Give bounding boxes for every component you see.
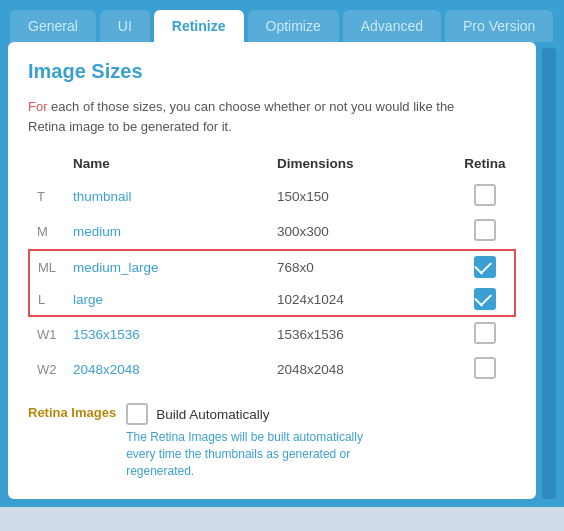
main-content: Image Sizes For each of those sizes, you… xyxy=(0,42,564,507)
row-retina-check[interactable] xyxy=(455,214,515,250)
tabs-bar: General UI Retinize Optimize Advanced Pr… xyxy=(0,0,564,42)
row-name: 2048x2048 xyxy=(65,352,269,387)
row-name: medium xyxy=(65,214,269,250)
tab-pro-version[interactable]: Pro Version xyxy=(445,10,553,42)
row-retina-check[interactable] xyxy=(455,316,515,352)
table-row: M medium 300x300 xyxy=(29,214,515,250)
row-name: medium_large xyxy=(65,250,269,283)
row-dims: 1024x1024 xyxy=(269,283,455,316)
row-name: thumbnail xyxy=(65,179,269,214)
description: For each of those sizes, you can choose … xyxy=(28,97,516,136)
table-row: W1 1536x1536 1536x1536 xyxy=(29,316,515,352)
image-sizes-table: Name Dimensions Retina T thumbnail 150x1… xyxy=(28,152,516,387)
retina-footer: Retina Images Build Automatically The Re… xyxy=(28,403,516,479)
row-code: L xyxy=(29,283,65,316)
description-highlight-for: For xyxy=(28,99,48,114)
description-text: each of those sizes, you can choose whet… xyxy=(28,99,454,134)
content-card: Image Sizes For each of those sizes, you… xyxy=(8,42,536,499)
row-retina-check[interactable] xyxy=(455,179,515,214)
row-name: large xyxy=(65,283,269,316)
row-dims: 150x150 xyxy=(269,179,455,214)
checkbox-large[interactable] xyxy=(474,288,496,310)
row-code: W1 xyxy=(29,316,65,352)
checkbox-medium[interactable] xyxy=(474,219,496,241)
retina-note: The Retina Images will be built automati… xyxy=(126,429,386,479)
table-row: W2 2048x2048 2048x2048 xyxy=(29,352,515,387)
tab-ui[interactable]: UI xyxy=(100,10,150,42)
checkbox-medium-large[interactable] xyxy=(474,256,496,278)
col-name: Name xyxy=(65,152,269,179)
col-dimensions: Dimensions xyxy=(269,152,455,179)
table-row-highlighted-end: L large 1024x1024 xyxy=(29,283,515,316)
checkbox-build-auto[interactable] xyxy=(126,403,148,425)
side-scrollbar[interactable] xyxy=(542,48,556,499)
checkbox-w1[interactable] xyxy=(474,322,496,344)
row-retina-check[interactable] xyxy=(455,283,515,316)
row-code: M xyxy=(29,214,65,250)
row-code: T xyxy=(29,179,65,214)
row-dims: 300x300 xyxy=(269,214,455,250)
retina-images-label: Retina Images xyxy=(28,403,116,420)
row-code: ML xyxy=(29,250,65,283)
row-dims: 768x0 xyxy=(269,250,455,283)
row-dims: 2048x2048 xyxy=(269,352,455,387)
retina-footer-right: Build Automatically The Retina Images wi… xyxy=(126,403,386,479)
build-auto-label: Build Automatically xyxy=(156,407,269,422)
row-name: 1536x1536 xyxy=(65,316,269,352)
table-row: T thumbnail 150x150 xyxy=(29,179,515,214)
checkbox-thumbnail[interactable] xyxy=(474,184,496,206)
section-title: Image Sizes xyxy=(28,60,516,83)
row-retina-check[interactable] xyxy=(455,352,515,387)
table-row-highlighted-start: ML medium_large 768x0 xyxy=(29,250,515,283)
col-code xyxy=(29,152,65,179)
col-retina: Retina xyxy=(455,152,515,179)
checkbox-w2[interactable] xyxy=(474,357,496,379)
row-retina-check[interactable] xyxy=(455,250,515,283)
tab-advanced[interactable]: Advanced xyxy=(343,10,441,42)
tab-optimize[interactable]: Optimize xyxy=(248,10,339,42)
row-dims: 1536x1536 xyxy=(269,316,455,352)
build-auto-row: Build Automatically xyxy=(126,403,386,425)
tab-general[interactable]: General xyxy=(10,10,96,42)
tab-retinize[interactable]: Retinize xyxy=(154,10,244,42)
row-code: W2 xyxy=(29,352,65,387)
